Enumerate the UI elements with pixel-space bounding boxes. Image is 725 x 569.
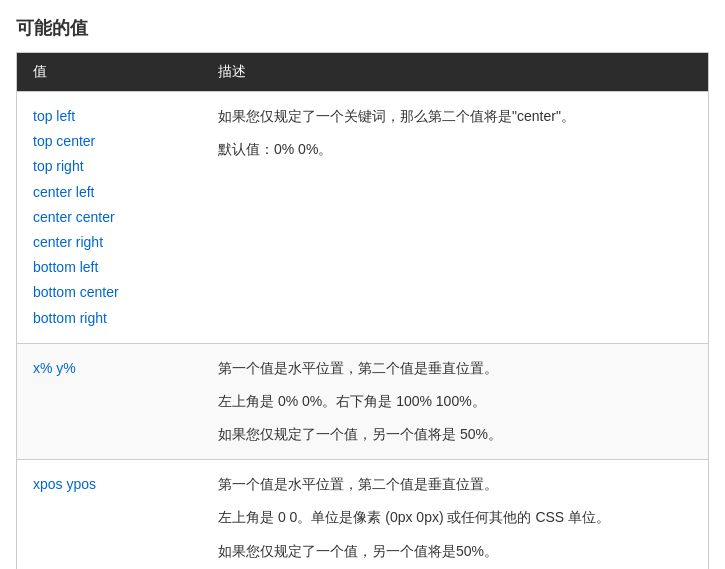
value-item: center right — [33, 230, 186, 255]
desc-paragraph: 第一个值是水平位置，第二个值是垂直位置。 — [218, 472, 692, 497]
value-cell: x% y% — [17, 343, 202, 460]
page-title: 可能的值 — [16, 16, 709, 40]
desc-paragraph: 左上角是 0% 0%。右下角是 100% 100%。 — [218, 389, 692, 414]
desc-paragraph: 如果您仅规定了一个关键词，那么第二个值将是"center"。 — [218, 104, 692, 129]
desc-paragraph: 如果您仅规定了一个值，另一个值将是 50%。 — [218, 422, 692, 447]
desc-cell: 第一个值是水平位置，第二个值是垂直位置。左上角是 0 0。单位是像素 (0px … — [202, 460, 708, 569]
value-item: bottom left — [33, 255, 186, 280]
desc-paragraph: 默认值：0% 0%。 — [218, 137, 692, 162]
value-item: top center — [33, 129, 186, 154]
value-item: bottom center — [33, 280, 186, 305]
desc-paragraph: 左上角是 0 0。单位是像素 (0px 0px) 或任何其他的 CSS 单位。 — [218, 505, 692, 530]
value-item: center center — [33, 205, 186, 230]
value-item: x% y% — [33, 356, 186, 381]
desc-paragraph: 如果您仅规定了一个值，另一个值将是50%。 — [218, 539, 692, 564]
value-item: top right — [33, 154, 186, 179]
values-table: 值 描述 top lefttop centertop rightcenter l… — [16, 52, 709, 569]
value-item: center left — [33, 180, 186, 205]
table-row: xpos ypos第一个值是水平位置，第二个值是垂直位置。左上角是 0 0。单位… — [17, 460, 708, 569]
value-cell: xpos ypos — [17, 460, 202, 569]
table-row: top lefttop centertop rightcenter leftce… — [17, 92, 708, 344]
col-header-value: 值 — [17, 53, 202, 92]
col-header-desc: 描述 — [202, 53, 708, 92]
value-item: xpos ypos — [33, 472, 186, 497]
desc-paragraph: 第一个值是水平位置，第二个值是垂直位置。 — [218, 356, 692, 381]
value-item: bottom right — [33, 306, 186, 331]
value-item: top left — [33, 104, 186, 129]
table-row: x% y%第一个值是水平位置，第二个值是垂直位置。左上角是 0% 0%。右下角是… — [17, 343, 708, 460]
desc-cell: 第一个值是水平位置，第二个值是垂直位置。左上角是 0% 0%。右下角是 100%… — [202, 343, 708, 460]
desc-cell: 如果您仅规定了一个关键词，那么第二个值将是"center"。默认值：0% 0%。 — [202, 92, 708, 344]
value-cell: top lefttop centertop rightcenter leftce… — [17, 92, 202, 344]
table-header-row: 值 描述 — [17, 53, 708, 92]
